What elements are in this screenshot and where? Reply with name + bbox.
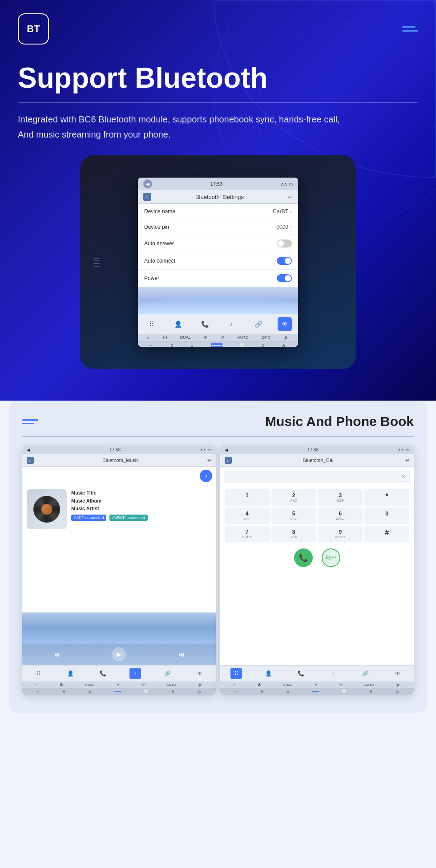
music-back-icon[interactable]: ↩ [207,458,211,463]
music-title-bar: ⌂ Bluetooth_Music ↩ [22,454,216,467]
music-nav-phone[interactable]: 📞 [97,668,109,679]
phone-sys-spk[interactable]: 🔈 [396,690,400,694]
chevron-right-icon: › [290,208,292,215]
sys-volume-icon[interactable]: 🔊 [284,335,289,340]
dial-key-1[interactable]: 1— [225,489,270,506]
nav-music-icon[interactable]: ♪ [224,317,238,331]
dial-input[interactable]: ✕ [224,471,410,483]
phone-bottom-nav: ⠿ 👤 📞 ♪ 🔗 👁 [220,665,414,681]
phone-sys-hdmi[interactable]: ⬜ [342,690,347,694]
phone-sys-vol[interactable]: 🔊 [396,683,400,687]
dial-key-2[interactable]: 2ABC [271,489,316,506]
dial-key-5[interactable]: 5JKL [271,507,316,524]
phone-sys-back[interactable]: ← [234,690,238,694]
music-sys-power[interactable]: ⏻ [60,683,63,687]
phone-sys-ac[interactable]: ❄ [315,683,318,687]
music-nav-contacts[interactable]: 👤 [65,668,77,679]
auto-answer-toggle[interactable] [277,239,292,247]
sys-vol-icon[interactable]: 🔈 [282,343,287,347]
nav-contacts-icon[interactable]: 👤 [171,317,185,331]
sys-ac-icon[interactable]: ❄ [204,335,207,340]
dial-key-8-letters: TUV [273,535,315,539]
bottom-spacer [0,713,436,730]
nav-menu-icon[interactable]: ⠿ [144,317,158,331]
phone-nav-eye[interactable]: 👁 [392,668,404,679]
next-button[interactable]: ⏭ [175,648,188,661]
music-sys-home[interactable]: ⌂ [36,683,38,687]
phone-sys-eq[interactable]: ⊔ [287,690,289,694]
music-nav-link[interactable]: 🔗 [161,668,173,679]
dial-clear-icon[interactable]: ✕ [401,474,406,480]
screen-back-icon[interactable]: ↩ [288,194,293,200]
music-sys-ac[interactable]: ❄ [117,683,120,687]
music-controls: ⏮ ▶ ⏭ [22,644,216,665]
music-bottom-nav: ⠿ 👤 📞 ♪ 🔗 👁 [22,665,216,681]
home-icon[interactable]: ⌂ [143,193,151,201]
music-sys-bar-bottom: ← 0 ⊔ ━━━ ⬜ 0 🔈 [22,688,216,695]
setting-row-device-name: Device name CarBT › [138,204,298,219]
music-sys-hdmi[interactable]: ⬜ [144,690,149,694]
nav-phone-icon[interactable]: 📞 [198,317,212,331]
dial-key-hash[interactable]: # [364,526,409,542]
prev-button[interactable]: ⏮ [50,648,63,661]
car-mockup: ◀ 17:53 ∧∧ ▭ ⌂ Bluetooth_Settings ↩ D [80,155,356,369]
phone-back-icon[interactable]: ↩ [405,458,409,463]
dial-key-8[interactable]: 8TUV [271,526,316,542]
vinyl-record [33,496,60,523]
phone-sys-power[interactable]: ⏻ [258,683,261,687]
phone-nav-menu[interactable]: ⠿ [230,668,242,679]
sys-recycle-icon[interactable]: ⟲ [221,335,224,340]
music-screen-title: Bluetooth_Music [102,458,138,463]
dial-key-star[interactable]: * [364,489,409,506]
play-button[interactable]: ▶ [112,647,126,661]
music-sys-spk[interactable]: 🔈 [198,690,202,694]
music-nav-music[interactable]: ♪ [129,668,141,679]
phone-nav-phone[interactable]: 📞 [295,668,307,679]
setting-row-auto-answer: Auto answer [138,235,298,252]
screen-time: 17:53 [210,181,223,187]
dial-key-4[interactable]: 4GHI [225,507,270,524]
phone-sys-home[interactable]: ⌂ [234,683,236,687]
dial-key-3[interactable]: 3DEF [318,489,363,506]
music-sys-recycle[interactable]: ⟲ [141,683,145,687]
music-sys-vol[interactable]: 🔊 [198,683,202,687]
music-nav-menu[interactable]: ⠿ [32,668,44,679]
auto-connect-toggle[interactable] [277,257,292,265]
music-sys-back[interactable]: ← [36,690,40,694]
phone-nav-contacts[interactable]: 👤 [263,668,275,679]
dial-key-0[interactable]: 0· [364,507,409,524]
redial-button[interactable]: Re↩ [322,548,340,567]
sys-hdmi-icon[interactable]: ⬜ [240,343,245,347]
phone-back-btn[interactable]: ◀ [225,447,228,452]
music-note-button[interactable]: ♪ [200,470,212,482]
phone-sys-recycle[interactable]: ⟲ [339,683,343,687]
music-phone-section: Music And Phone Book ◀ 17:53 ∧∧ ▭ ⌂ Blue… [9,401,427,713]
sys-back-btn[interactable]: ← [149,343,153,347]
phone-nav-link[interactable]: 🔗 [359,668,371,679]
music-sys-eq[interactable]: ⊔ [89,690,91,694]
music-back-btn[interactable]: ◀ [27,447,30,452]
music-note-area: ♪ [22,467,216,485]
screen-title: Bluetooth_Settings [195,194,244,200]
setting-value[interactable]: 0000 › [276,224,292,230]
music-home-icon[interactable]: ⌂ [27,457,34,464]
setting-value[interactable]: CarBT › [273,208,292,215]
power-toggle[interactable] [277,274,292,282]
dial-key-6[interactable]: 6MNO [318,507,363,524]
menu-button[interactable] [402,26,418,32]
sys-power-btn[interactable]: ⏻ [163,335,167,340]
sys-home-btn[interactable]: ⌂ [147,335,149,340]
music-nav-eye[interactable]: 👁 [194,668,206,679]
dial-key-9[interactable]: 9WXYZ [318,526,363,542]
dial-key-7[interactable]: 7PQRS [225,526,270,542]
screen-back-button[interactable]: ◀ [143,179,152,188]
phone-home-icon[interactable]: ⌂ [225,457,232,464]
music-status-bar: ◀ 17:53 ∧∧ ▭ [22,446,216,454]
answer-call-button[interactable]: 📞 [294,548,313,567]
phone-nav-music[interactable]: ♪ [327,668,339,679]
screen-status-bar: ◀ 17:53 ∧∧ ▭ [138,178,298,190]
nav-link-icon[interactable]: 🔗 [251,317,265,331]
nav-eye-icon[interactable]: 👁 [278,317,292,331]
a2dp-badge: A2DP connected [71,515,106,521]
sys-eq-icon[interactable]: ⊔ [190,343,194,347]
